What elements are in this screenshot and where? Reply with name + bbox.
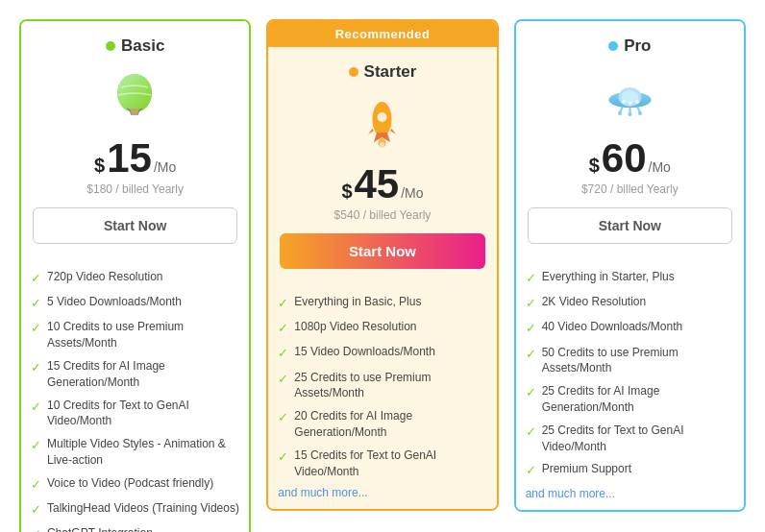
- plan-starter-name: Starter: [364, 62, 417, 82]
- plan-pro-name-row: Pro: [528, 36, 732, 56]
- list-item: ✓ Everything in Starter, Plus: [526, 269, 734, 287]
- list-item: ✓ 10 Credits to use Premium Assets/Month: [31, 319, 239, 351]
- svg-point-8: [380, 142, 384, 148]
- plan-starter-dollar: $: [341, 181, 352, 201]
- list-item: ✓ 15 Credits for AI Image Generation/Mon…: [31, 358, 239, 391]
- check-icon: ✓: [278, 345, 288, 362]
- plan-pro-mo: /Mo: [649, 159, 671, 179]
- list-item: ✓ 50 Credits to use Premium Assets/Month: [526, 345, 734, 377]
- svg-point-21: [638, 111, 642, 115]
- plan-pro-header: Pro: [516, 21, 744, 255]
- check-icon: ✓: [31, 320, 41, 337]
- check-icon: ✓: [526, 384, 536, 401]
- plan-starter: Recommended Starter: [266, 19, 498, 511]
- plan-starter-amount: 45: [355, 164, 400, 205]
- check-icon: ✓: [31, 270, 41, 287]
- list-item: ✓ 25 Credits for AI Image Generation/Mon…: [526, 383, 734, 416]
- plan-basic: Basic: [19, 19, 251, 532]
- list-item: ✓ 5 Video Downloads/Month: [31, 294, 239, 312]
- svg-point-15: [635, 100, 639, 104]
- check-icon: ✓: [526, 346, 536, 363]
- list-item: ✓ Premium Support: [526, 461, 734, 479]
- check-icon: ✓: [278, 409, 288, 426]
- plan-basic-mo: /Mo: [154, 159, 176, 179]
- check-icon: ✓: [31, 526, 41, 532]
- plan-basic-name: Basic: [121, 36, 164, 56]
- plan-basic-price-row: $ 15 /Mo: [33, 138, 237, 179]
- check-icon: ✓: [278, 448, 288, 466]
- plan-pro-and-more[interactable]: and much more...: [526, 487, 734, 500]
- plan-pro-features: ✓ Everything in Starter, Plus ✓ 2K Video…: [516, 255, 744, 510]
- list-item: ✓ 40 Video Downloads/Month: [526, 319, 734, 337]
- plan-basic-features: ✓ 720p Video Resolution ✓ 5 Video Downlo…: [21, 255, 249, 532]
- check-icon: ✓: [31, 437, 41, 454]
- plan-starter-and-more[interactable]: and much more...: [278, 486, 486, 499]
- check-icon: ✓: [278, 295, 288, 312]
- recommended-badge: Recommended: [268, 21, 496, 47]
- list-item: ✓ 20 Credits for AI Image Generation/Mon…: [278, 408, 486, 441]
- list-item: ✓ 10 Credits for Text to GenAI Video/Mon…: [31, 398, 239, 430]
- list-item: ✓ Voice to Video (Podcast friendly): [31, 475, 239, 494]
- check-icon: ✓: [526, 462, 536, 479]
- list-item: ✓ 25 Credits for Text to GenAI Video/Mon…: [526, 423, 734, 455]
- check-icon: ✓: [526, 320, 536, 337]
- check-icon: ✓: [31, 295, 41, 312]
- plan-basic-header: Basic: [21, 21, 249, 255]
- check-icon: ✓: [31, 476, 41, 494]
- plan-starter-mo: /Mo: [401, 185, 423, 205]
- plan-basic-billed: $180 / billed Yearly: [33, 182, 237, 196]
- check-icon: ✓: [526, 295, 536, 312]
- svg-point-20: [628, 112, 631, 116]
- plan-pro-cta[interactable]: Start Now: [528, 207, 732, 244]
- plan-basic-cta[interactable]: Start Now: [33, 207, 237, 244]
- plan-pro-name: Pro: [624, 36, 651, 56]
- plan-starter-price-row: $ 45 /Mo: [280, 164, 484, 205]
- plan-pro-price-row: $ 60 /Mo: [528, 138, 732, 179]
- plan-pro-dollar: $: [589, 156, 600, 175]
- check-icon: ✓: [31, 501, 41, 519]
- plan-pro-amount: 60: [602, 138, 647, 179]
- check-icon: ✓: [526, 423, 536, 441]
- list-item: ✓ 1080p Video Resolution: [278, 319, 486, 337]
- list-item: ✓ 720p Video Resolution: [31, 269, 239, 287]
- plan-pro-dot: [608, 41, 618, 51]
- plan-pro-icon: [596, 63, 663, 131]
- list-item: ✓ Everything in Basic, Plus: [278, 294, 486, 312]
- plan-pro: Pro: [514, 19, 746, 512]
- plan-basic-name-row: Basic: [33, 36, 237, 56]
- plan-starter-icon: [349, 89, 416, 157]
- check-icon: ✓: [278, 320, 288, 337]
- check-icon: ✓: [31, 359, 41, 376]
- check-icon: ✓: [278, 371, 288, 388]
- svg-rect-2: [131, 109, 138, 115]
- plan-basic-amount: 15: [107, 138, 152, 179]
- svg-point-19: [618, 111, 622, 115]
- pricing-container: Basic: [19, 19, 746, 532]
- plan-pro-billed: $720 / billed Yearly: [528, 182, 732, 196]
- check-icon: ✓: [31, 399, 41, 416]
- svg-point-13: [622, 100, 626, 104]
- plan-starter-billed: $540 / billed Yearly: [280, 208, 484, 222]
- plan-starter-dot: [349, 67, 358, 77]
- svg-point-6: [378, 112, 387, 122]
- check-icon: ✓: [526, 270, 536, 287]
- list-item: ✓ 15 Credits for Text to GenAI Video/Mon…: [278, 447, 486, 480]
- list-item: ✓ ChatGPT Integration: [31, 525, 239, 532]
- list-item: ✓ 2K Video Resolution: [526, 294, 734, 312]
- plan-starter-features: ✓ Everything in Basic, Plus ✓ 1080p Vide…: [268, 280, 496, 509]
- plan-starter-header: Starter $ 45: [268, 47, 496, 280]
- list-item: ✓ 25 Credits to use Premium Assets/Month: [278, 370, 486, 402]
- plan-basic-dot: [106, 41, 115, 51]
- plan-basic-icon: [102, 63, 169, 131]
- svg-point-14: [629, 101, 632, 105]
- list-item: ✓ Multiple Video Styles - Animation & Li…: [31, 436, 239, 469]
- plan-basic-dollar: $: [94, 156, 105, 175]
- list-item: ✓ 15 Video Downloads/Month: [278, 344, 486, 362]
- plan-starter-name-row: Starter: [280, 62, 484, 82]
- plan-starter-cta[interactable]: Start Now: [280, 233, 484, 269]
- list-item: ✓ TalkingHead Videos (Training Videos): [31, 500, 239, 519]
